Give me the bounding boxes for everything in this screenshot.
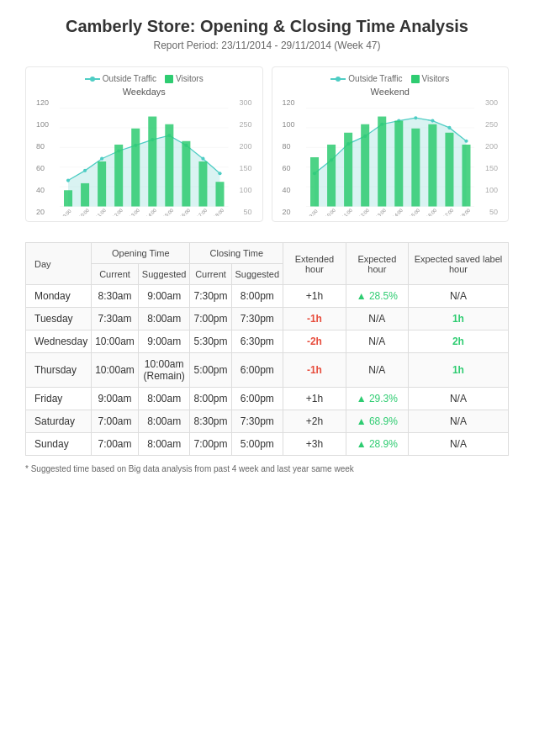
opening-time-header: Opening Time	[92, 243, 190, 264]
weekend-title: Weekend	[279, 87, 502, 97]
table-body: Monday 8:30am 9:00am 7:30pm 8:00pm +1h ▲…	[26, 285, 509, 456]
svg-rect-25	[198, 161, 207, 206]
svg-rect-17	[64, 190, 72, 206]
cell-saved: N/A	[408, 433, 508, 456]
cell-expected: N/A	[346, 308, 408, 330]
cell-opening-suggested: 9:00am	[138, 330, 190, 353]
weekdays-y-right: 30025020015010050	[239, 98, 251, 216]
cell-closing-current: 7:30pm	[190, 285, 231, 308]
page-subtitle: Report Period: 23/11/2014 - 29/11/2014 (…	[25, 40, 509, 51]
svg-rect-63	[411, 129, 420, 207]
cell-opening-current: 7:30am	[92, 308, 139, 330]
svg-text:16:00: 16:00	[425, 207, 437, 216]
weekend-y-right: 30025020015010050	[485, 98, 498, 216]
cell-opening-current: 10:00am	[92, 330, 139, 353]
weekend-legend-outside: Outside Traffic	[330, 74, 402, 83]
weekdays-chart: Outside Traffic Visitors Weekdays 120100…	[25, 66, 263, 222]
svg-text:13:00: 13:00	[129, 207, 141, 216]
cell-closing-current: 5:30pm	[190, 330, 231, 353]
weekend-svg: 9:00 10:00 11:00 12:00 13:00 14:00 15:00…	[306, 98, 475, 216]
weekend-y-left: 12010080604020	[283, 98, 295, 216]
cell-closing-suggested: 7:30pm	[231, 410, 283, 433]
table-header-row1: Day Opening Time Closing Time Extended h…	[26, 243, 509, 264]
svg-rect-66	[462, 145, 470, 207]
svg-rect-57	[310, 157, 319, 206]
svg-text:17:00: 17:00	[441, 207, 454, 216]
svg-rect-21	[131, 129, 140, 207]
expected-hour-header: Expected hour	[346, 243, 408, 285]
cell-closing-suggested: 7:30pm	[231, 308, 283, 330]
cell-expected: N/A	[346, 330, 408, 353]
weekdays-legend: Outside Traffic Visitors	[33, 74, 256, 83]
svg-rect-22	[148, 117, 156, 207]
closing-current-header: Current	[190, 264, 231, 285]
table-row: Wednesday 10:00am 9:00am 5:30pm 6:30pm -…	[26, 330, 509, 353]
svg-text:16:00: 16:00	[179, 207, 192, 216]
weekdays-svg: 9:00 10:00 11:00 12:00 13:00 14:00 15:00…	[60, 98, 229, 216]
svg-text:9:00: 9:00	[308, 208, 319, 216]
weekend-legend: Outside Traffic Visitors	[279, 74, 502, 83]
svg-text:18:00: 18:00	[213, 207, 225, 216]
cell-closing-suggested: 8:00pm	[231, 285, 283, 308]
svg-rect-59	[344, 133, 352, 207]
svg-marker-46	[315, 118, 466, 206]
closing-time-header: Closing Time	[190, 243, 283, 264]
legend-visitors: Visitors	[165, 74, 204, 83]
svg-text:9:00: 9:00	[61, 208, 72, 216]
cell-closing-suggested: 6:30pm	[231, 330, 283, 353]
svg-text:12:00: 12:00	[111, 207, 124, 216]
cell-opening-current: 9:00am	[92, 388, 139, 410]
outside-traffic-line-icon	[85, 78, 100, 80]
opening-current-header: Current	[92, 264, 139, 285]
cell-saved: N/A	[408, 388, 508, 410]
cell-day: Saturday	[26, 410, 92, 433]
svg-text:15:00: 15:00	[408, 207, 420, 216]
cell-day: Monday	[26, 285, 92, 308]
visitors-box2-icon	[411, 75, 420, 83]
cell-closing-suggested: 6:00pm	[231, 388, 283, 410]
table-row: Monday 8:30am 9:00am 7:30pm 8:00pm +1h ▲…	[26, 285, 509, 308]
svg-point-56	[464, 140, 468, 143]
svg-rect-62	[394, 121, 403, 207]
svg-rect-18	[81, 183, 89, 207]
weekend-legend-visitors: Visitors	[411, 74, 450, 83]
cell-extended: -1h	[283, 308, 346, 330]
svg-rect-60	[361, 124, 369, 207]
page-title: Camberly Store: Opening & Closing Time A…	[25, 17, 509, 36]
svg-text:11:00: 11:00	[341, 207, 353, 216]
cell-closing-current: 8:00pm	[190, 388, 231, 410]
svg-rect-64	[428, 124, 436, 207]
cell-extended: -1h	[283, 353, 346, 388]
cell-opening-suggested: 9:00am	[138, 285, 190, 308]
charts-row: Outside Traffic Visitors Weekdays 120100…	[25, 66, 509, 222]
legend-outside-traffic: Outside Traffic	[85, 74, 156, 83]
cell-extended: +1h	[283, 285, 346, 308]
cell-expected: ▲ 68.9%	[346, 410, 408, 433]
cell-saved: N/A	[408, 410, 508, 433]
cell-day: Sunday	[26, 433, 92, 456]
svg-text:12:00: 12:00	[357, 207, 370, 216]
cell-opening-current: 7:00am	[92, 410, 139, 433]
svg-text:15:00: 15:00	[162, 207, 175, 216]
weekdays-title: Weekdays	[33, 87, 256, 97]
weekdays-y-left: 12010080604020	[36, 98, 49, 216]
extended-hour-header: Extended hour	[283, 243, 346, 285]
svg-point-7	[66, 178, 70, 182]
cell-expected: N/A	[346, 353, 408, 388]
opening-suggested-header: Suggested	[138, 264, 190, 285]
table-row: Thursday 10:00am 10:00am(Remain) 5:00pm …	[26, 353, 509, 388]
svg-text:10:00: 10:00	[77, 207, 90, 216]
data-table-section: Day Opening Time Closing Time Extended h…	[25, 242, 509, 473]
svg-text:13:00: 13:00	[374, 207, 387, 216]
svg-text:11:00: 11:00	[94, 207, 107, 216]
svg-rect-19	[98, 161, 106, 206]
svg-point-55	[447, 126, 451, 130]
weekdays-chart-area: 9:00 10:00 11:00 12:00 13:00 14:00 15:00…	[60, 98, 229, 216]
svg-rect-61	[378, 117, 386, 207]
cell-opening-suggested: 8:00am	[138, 388, 190, 410]
cell-day: Thursday	[26, 353, 92, 388]
svg-text:10:00: 10:00	[324, 207, 336, 216]
weekend-chart: Outside Traffic Visitors Weekend 1201008…	[272, 66, 510, 222]
cell-opening-current: 10:00am	[92, 353, 139, 388]
svg-text:17:00: 17:00	[196, 207, 209, 216]
